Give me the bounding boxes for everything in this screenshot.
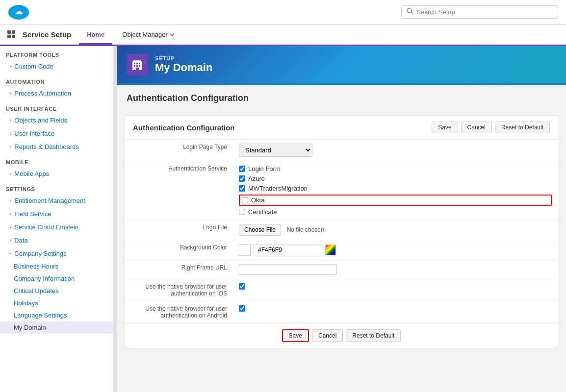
svg-rect-9 (134, 63, 135, 64)
auth-config-card: Authentication Configuration Save Cancel… (125, 115, 558, 348)
arrow-icon: › (10, 91, 11, 96)
sidebar-item-reports-dashboards[interactable]: › Reports & Dashboards (0, 140, 113, 153)
mwtm-checkbox[interactable] (239, 185, 245, 192)
arrow-icon: › (10, 224, 11, 230)
sidebar-sub-critical-updates[interactable]: Critical Updates (0, 285, 113, 297)
auth-config-form: Login Page Type Standard Custom Authenti… (125, 140, 558, 323)
reset-button-bottom[interactable]: Reset to Default (346, 329, 401, 342)
choose-file-button[interactable]: Choose File (239, 224, 281, 236)
grid-icon[interactable] (5, 28, 19, 42)
content-area: SETUP My Domain Authentication Configura… (117, 46, 566, 392)
sidebar-sub-holidays[interactable]: Holidays (0, 297, 113, 309)
cancel-button-top[interactable]: Cancel (461, 122, 492, 133)
azure-checkbox[interactable] (239, 175, 245, 182)
right-frame-url-input[interactable] (239, 264, 337, 275)
save-button-top[interactable]: Save (432, 122, 458, 133)
android-auth-label: Use the native browser for user authenti… (125, 301, 233, 323)
login-page-type-select[interactable]: Standard Custom (239, 144, 312, 157)
page-header: SETUP My Domain (117, 46, 566, 85)
arrow-icon: › (10, 131, 11, 136)
arrow-icon: › (10, 211, 11, 217)
sidebar-item-process-automation[interactable]: › Process Automation (0, 87, 113, 100)
auth-service-row: Authentication Service Login Form Azure (125, 161, 558, 220)
azure-label: Azure (248, 175, 265, 182)
bottom-button-row: Save Cancel Reset to Default (125, 323, 558, 348)
arrow-icon: › (10, 198, 11, 203)
android-auth-value (233, 301, 558, 323)
sidebar-item-service-cloud-einstein[interactable]: › Service Cloud Einstein (0, 220, 113, 234)
bg-color-input[interactable] (254, 245, 322, 255)
section-automation: AUTOMATION (0, 73, 113, 87)
svg-rect-6 (7, 35, 11, 38)
sidebar-item-entitlement-mgmt[interactable]: › Entitlement Management (0, 194, 113, 207)
sidebar-item-data[interactable]: › Data (0, 234, 113, 247)
auth-service-value: Login Form Azure MWTradersMigration (233, 161, 558, 220)
nav-title: Service Setup (23, 30, 71, 39)
page-title: My Domain (155, 61, 212, 74)
auth-service-login-form: Login Form (239, 165, 552, 172)
sidebar-item-custom-code[interactable]: › Custom Code (0, 60, 113, 73)
login-page-type-label: Login Page Type (125, 140, 233, 161)
svg-rect-16 (133, 60, 141, 62)
sidebar-item-mobile-apps[interactable]: › Mobile Apps (0, 167, 113, 180)
sidebar-sub-company-information[interactable]: Company Information (0, 272, 113, 285)
tab-object-manager[interactable]: Object Manager (114, 26, 182, 45)
android-auth-checkbox[interactable] (239, 305, 245, 312)
page-header-icon (127, 54, 148, 75)
sidebar-item-field-service[interactable]: › Field Service (0, 207, 113, 220)
tab-home[interactable]: Home (79, 26, 112, 45)
okta-checkbox[interactable] (242, 197, 248, 203)
ios-auth-checkbox[interactable] (239, 283, 245, 290)
search-icon (407, 8, 413, 16)
search-input[interactable] (416, 8, 553, 16)
android-auth-row: Use the native browser for user authenti… (125, 301, 558, 323)
auth-service-azure: Azure (239, 175, 552, 182)
sidebar-sub-my-domain[interactable]: My Domain (0, 321, 113, 334)
card-title-row: Authentication Configuration Save Cancel… (125, 116, 558, 140)
save-button-bottom[interactable]: Save (282, 329, 309, 342)
ios-auth-label: Use the native browser for user authenti… (125, 279, 233, 301)
right-frame-url-value (233, 260, 558, 279)
sidebar-item-objects-fields[interactable]: › Objects and Fields (0, 114, 113, 127)
svg-rect-12 (134, 65, 135, 67)
section-heading: Authentication Configuration (117, 85, 566, 107)
section-mobile: MOBILE (0, 153, 113, 167)
login-page-type-value: Standard Custom (233, 140, 558, 161)
login-form-label: Login Form (248, 165, 281, 172)
login-form-checkbox[interactable] (239, 166, 245, 172)
svg-line-3 (411, 12, 413, 14)
okta-label: Okta (251, 196, 264, 204)
page-header-text: SETUP My Domain (155, 55, 212, 74)
sidebar-item-user-interface[interactable]: › User Interface (0, 127, 113, 140)
right-frame-url-row: Right Frame URL (125, 260, 558, 279)
sidebar-sub-business-hours[interactable]: Business Hours (0, 260, 113, 272)
card-title: Authentication Configuration (133, 123, 234, 132)
sidebar-sub-language-settings[interactable]: Language Settings (0, 309, 113, 321)
certificate-checkbox[interactable] (239, 209, 245, 215)
search-bar[interactable] (401, 5, 558, 19)
ios-auth-value (233, 279, 558, 301)
main-layout: PLATFORM TOOLS › Custom Code AUTOMATION … (0, 46, 566, 392)
color-picker-icon[interactable] (325, 245, 336, 255)
cancel-button-bottom[interactable]: Cancel (312, 329, 343, 342)
setup-label: SETUP (155, 55, 212, 61)
right-frame-url-label: Right Frame URL (125, 260, 233, 279)
chevron-down-icon (170, 32, 175, 37)
mwtm-label: MWTradersMigration (248, 185, 308, 192)
arrow-icon: › (10, 238, 11, 243)
auth-service-certificate: Certificate (239, 208, 552, 216)
no-file-text: No file chosen (287, 226, 324, 233)
svg-rect-15 (136, 68, 139, 70)
color-input-row (239, 244, 552, 256)
reset-button-top[interactable]: Reset to Default (495, 122, 550, 133)
svg-rect-13 (136, 65, 138, 67)
logo-file-row: Logo File Choose File No file chosen (125, 220, 558, 240)
svg-rect-14 (139, 65, 140, 67)
arrow-icon: › (10, 171, 11, 176)
section-settings: SETTINGS (0, 180, 113, 194)
sidebar: PLATFORM TOOLS › Custom Code AUTOMATION … (0, 46, 114, 392)
sidebar-item-company-settings[interactable]: › Company Settings (0, 247, 113, 260)
logo-file-value: Choose File No file chosen (233, 220, 558, 240)
salesforce-logo: ☁ (8, 4, 29, 21)
section-user-interface: USER INTERFACE (0, 100, 113, 114)
